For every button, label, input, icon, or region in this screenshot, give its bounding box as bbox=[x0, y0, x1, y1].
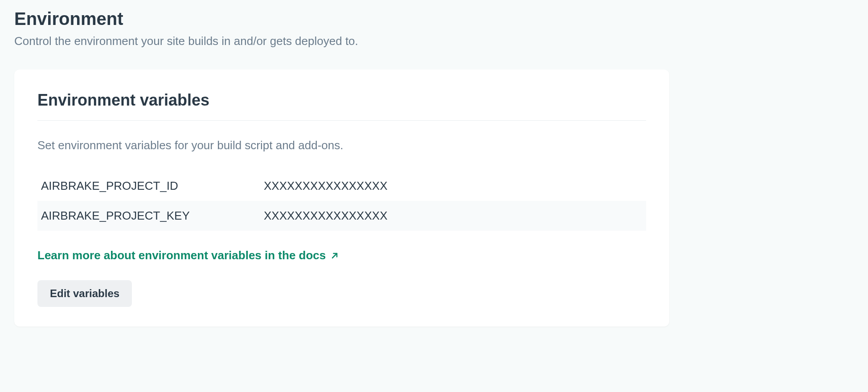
docs-link[interactable]: Learn more about environment variables i… bbox=[37, 249, 339, 262]
page-subtitle: Control the environment your site builds… bbox=[14, 34, 854, 48]
card-title: Environment variables bbox=[37, 91, 646, 121]
variable-value: XXXXXXXXXXXXXXXX bbox=[264, 179, 643, 193]
table-row: AIRBRAKE_PROJECT_KEY XXXXXXXXXXXXXXXX bbox=[37, 201, 646, 231]
svg-line-0 bbox=[332, 253, 337, 258]
docs-link-label: Learn more about environment variables i… bbox=[37, 249, 326, 262]
variable-value: XXXXXXXXXXXXXXXX bbox=[264, 209, 643, 223]
edit-variables-button[interactable]: Edit variables bbox=[37, 280, 132, 307]
card-description: Set environment variables for your build… bbox=[37, 139, 646, 152]
environment-variables-card: Environment variables Set environment va… bbox=[14, 69, 669, 327]
variables-table: AIRBRAKE_PROJECT_ID XXXXXXXXXXXXXXXX AIR… bbox=[37, 171, 646, 231]
page-title: Environment bbox=[14, 9, 854, 29]
table-row: AIRBRAKE_PROJECT_ID XXXXXXXXXXXXXXXX bbox=[37, 171, 646, 201]
variable-name: AIRBRAKE_PROJECT_ID bbox=[41, 179, 264, 193]
variable-name: AIRBRAKE_PROJECT_KEY bbox=[41, 209, 264, 223]
external-link-icon bbox=[330, 251, 339, 260]
